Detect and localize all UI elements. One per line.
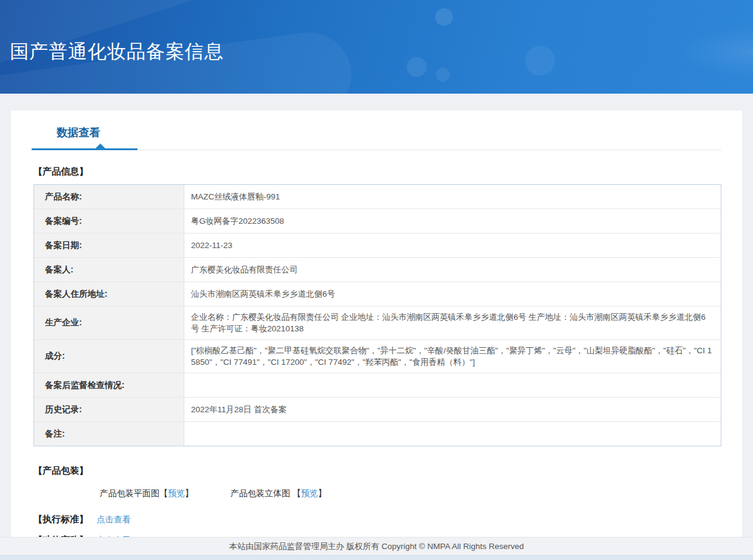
table-row-remarks: 备注: — [34, 422, 721, 446]
tab-data-view[interactable]: 数据查看 — [57, 125, 100, 148]
tab-underline — [32, 148, 721, 150]
footer-copyright: 本站由国家药品监督管理局主办 版权所有 Copyright © NMPA All… — [229, 541, 524, 552]
row-label: 产品名称: — [34, 185, 184, 209]
row-value: 2022-11-23 — [184, 233, 721, 257]
page-header-banner: 国产普通化妆品备案信息 — [0, 0, 753, 94]
standard-view-link[interactable]: 点击查看 — [97, 514, 131, 525]
packaging-links-row: 产品包装平面图【预览】 产品包装立体图 【预览】 — [100, 488, 721, 499]
row-value: ["棕榈酸乙基己酯"，"聚二甲基硅氧烷交联聚合物"，"异十二烷"，"辛酸/癸酸甘… — [184, 340, 721, 373]
row-label: 生产企业: — [34, 306, 184, 339]
section-product-info: 【产品信息】 — [33, 166, 721, 178]
row-value: MAZC丝绒液体唇釉-991 — [184, 185, 721, 209]
table-row-supervision-check: 备案后监督检查情况: — [34, 373, 721, 398]
packaging-flat-preview-link[interactable]: 预览 — [168, 488, 185, 498]
row-label: 备案人: — [34, 258, 184, 282]
table-row-ingredients: 成分: ["棕榈酸乙基己酯"，"聚二甲基硅氧烷交联聚合物"，"异十二烷"，"辛酸… — [34, 340, 721, 373]
content-card: 数据查看 【产品信息】 产品名称: MAZC丝绒液体唇釉-991 备案编号: 粤… — [11, 111, 742, 537]
bracket-close: 】 — [185, 488, 193, 498]
footer-bottom-strip — [0, 555, 753, 560]
active-tab-pointer-icon — [95, 143, 105, 148]
row-label: 历史记录: — [34, 398, 184, 421]
table-row-record-number: 备案编号: 粤G妆网备字2022363508 — [34, 209, 721, 233]
row-label: 备案后监督检查情况: — [34, 373, 184, 397]
packaging-flat-label: 产品包装平面图 — [100, 488, 159, 498]
row-label: 备案人住所地址: — [34, 282, 184, 306]
row-value: 广东樱美化妆品有限责任公司 — [184, 258, 721, 282]
row-value: 汕头市潮南区两英镇禾皋乡乡道北侧6号 — [184, 282, 721, 306]
row-label: 备案编号: — [34, 209, 184, 233]
standard-row: 【执行标准】 点击查看 — [33, 514, 721, 525]
row-value — [184, 422, 721, 446]
table-row-registrant: 备案人: 广东樱美化妆品有限责任公司 — [34, 258, 721, 282]
packaging-stereo-item: 产品包装立体图 【预览】 — [231, 488, 327, 499]
packaging-stereo-label: 产品包装立体图 — [231, 488, 293, 498]
row-value: 2022年11月28日 首次备案 — [184, 398, 721, 421]
row-label: 备注: — [34, 422, 184, 446]
footer: 本站由国家药品监督管理局主办 版权所有 Copyright © NMPA All… — [0, 537, 753, 555]
row-label: 成分: — [34, 340, 184, 373]
table-row-manufacturer: 生产企业: 企业名称：广东樱美化妆品有限责任公司 企业地址：汕头市潮南区两英镇禾… — [34, 306, 721, 340]
row-value: 粤G妆网备字2022363508 — [184, 209, 721, 233]
section-standard: 【执行标准】 — [33, 514, 88, 525]
active-tab-indicator — [32, 148, 137, 150]
row-value: 企业名称：广东樱美化妆品有限责任公司 企业地址：汕头市潮南区两英镇禾皋乡乡道北侧… — [184, 306, 721, 339]
bracket-open: 【 — [293, 488, 301, 498]
table-row-history: 历史记录: 2022年11月28日 首次备案 — [34, 398, 721, 422]
tab-bar: 数据查看 — [32, 111, 721, 150]
table-row-product-name: 产品名称: MAZC丝绒液体唇釉-991 — [34, 185, 721, 209]
section-packaging: 【产品包装】 — [33, 465, 721, 477]
bracket-close: 】 — [318, 488, 327, 498]
table-row-registrant-address: 备案人住所地址: 汕头市潮南区两英镇禾皋乡乡道北侧6号 — [34, 282, 721, 306]
page-title: 国产普通化妆品备案信息 — [10, 39, 224, 64]
row-label: 备案日期: — [34, 233, 184, 257]
bracket-open: 【 — [159, 488, 168, 498]
packaging-stereo-preview-link[interactable]: 预览 — [301, 488, 318, 498]
row-value — [184, 373, 721, 397]
product-info-table: 产品名称: MAZC丝绒液体唇釉-991 备案编号: 粤G妆网备字2022363… — [33, 184, 721, 446]
packaging-flat-item: 产品包装平面图【预览】 — [100, 488, 193, 499]
table-row-record-date: 备案日期: 2022-11-23 — [34, 233, 721, 258]
